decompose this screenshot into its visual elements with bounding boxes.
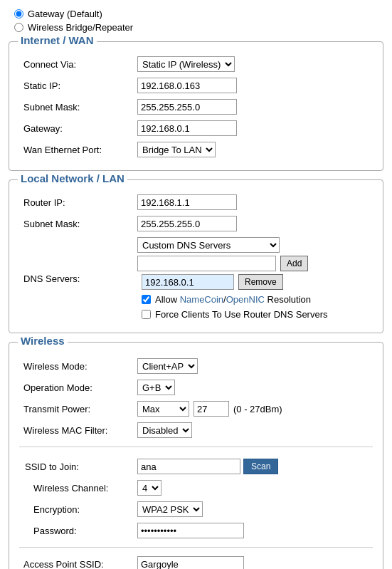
subnet-mask-row: Subnet Mask: bbox=[19, 96, 373, 118]
wireless-channel-label: Wireless Channel: bbox=[19, 477, 133, 498]
tx-power-input[interactable] bbox=[194, 401, 229, 417]
local-lan-title: Local Network / LAN bbox=[18, 172, 127, 184]
password-row: Password: bbox=[19, 520, 373, 541]
namecoin-label: Allow NameCoin/OpenNIC Resolution bbox=[155, 294, 311, 305]
force-dns-checkbox[interactable] bbox=[142, 310, 151, 319]
wan-eth-select[interactable]: Bridge To LAN WAN Port bbox=[137, 142, 216, 157]
ap-table: Access Point SSID: Wireless Channel: 4 1… bbox=[19, 553, 373, 569]
op-mode-row: Operation Mode: G+B G B N bbox=[19, 377, 373, 398]
wireless-channel-select[interactable]: 4 1 2 3 5 6 bbox=[137, 480, 161, 496]
wireless-section: Wireless Wireless Mode: Client+AP Client… bbox=[9, 342, 383, 569]
force-dns-row: Force Clients To Use Router DNS Servers bbox=[142, 309, 369, 320]
gateway-radio-item: Gateway (Default) bbox=[14, 9, 378, 19]
opennic-link[interactable]: OpenNIC bbox=[226, 294, 265, 305]
internet-wan-table: Connect Via: Static IP (Wireless) DHCP S… bbox=[19, 53, 373, 160]
ap-ssid-label: Access Point SSID: bbox=[19, 553, 133, 569]
ssid-input[interactable] bbox=[137, 459, 240, 474]
encryption-label: Encryption: bbox=[19, 498, 133, 520]
subnet-mask-input[interactable] bbox=[137, 99, 237, 115]
tx-power-select[interactable]: Max High Medium Low bbox=[137, 401, 189, 417]
ssid-join-label: SSID to Join: bbox=[19, 453, 133, 477]
namecoin-link[interactable]: NameCoin bbox=[180, 294, 223, 305]
dns-select[interactable]: Custom DNS Servers Automatic bbox=[137, 237, 280, 253]
dns-entry: Remove bbox=[142, 274, 369, 290]
gateway-label: Gateway (Default) bbox=[28, 9, 102, 19]
page: Gateway (Default) Wireless Bridge/Repeat… bbox=[0, 0, 392, 569]
bridge-label: Wireless Bridge/Repeater bbox=[28, 22, 133, 33]
lan-subnet-row: Subnet Mask: bbox=[19, 213, 373, 234]
namecoin-row: Allow NameCoin/OpenNIC Resolution bbox=[142, 294, 369, 305]
internet-wan-section: Internet / WAN Connect Via: Static IP (W… bbox=[9, 41, 383, 171]
wireless-mode-label: Wireless Mode: bbox=[19, 355, 133, 377]
ssid-join-row: SSID to Join: Scan bbox=[19, 453, 373, 477]
mac-filter-label: Wireless MAC Filter: bbox=[19, 419, 133, 441]
scan-button[interactable]: Scan bbox=[243, 459, 278, 474]
local-lan-table: Router IP: Subnet Mask: DNS Servers: Cus… bbox=[19, 192, 373, 323]
connect-via-label: Connect Via: bbox=[19, 53, 133, 75]
gateway-label: Gateway: bbox=[19, 118, 133, 139]
wireless-title: Wireless bbox=[18, 335, 68, 347]
router-ip-input[interactable] bbox=[137, 194, 237, 210]
dns-row: DNS Servers: Custom DNS Servers Automati… bbox=[19, 234, 373, 323]
mac-filter-row: Wireless MAC Filter: Disabled Whitelist … bbox=[19, 419, 373, 441]
dns-new-input[interactable] bbox=[137, 256, 276, 271]
add-dns-button[interactable]: Add bbox=[280, 256, 308, 271]
bridge-radio[interactable] bbox=[14, 23, 23, 32]
lan-subnet-label: Subnet Mask: bbox=[19, 213, 133, 234]
gateway-input[interactable] bbox=[137, 120, 237, 136]
force-dns-label: Force Clients To Use Router DNS Servers bbox=[155, 309, 328, 320]
ap-ssid-row: Access Point SSID: bbox=[19, 553, 373, 569]
wan-eth-label: Wan Ethernet Port: bbox=[19, 139, 133, 160]
wireless-mode-select[interactable]: Client+AP Client AP bbox=[137, 358, 198, 374]
subnet-mask-label: Subnet Mask: bbox=[19, 96, 133, 118]
encryption-select[interactable]: WPA2 PSK WPA PSK WEP None bbox=[137, 501, 203, 517]
wan-eth-row: Wan Ethernet Port: Bridge To LAN WAN Por… bbox=[19, 139, 373, 160]
tx-power-range: (0 - 27dBm) bbox=[233, 404, 282, 414]
bridge-radio-item: Wireless Bridge/Repeater bbox=[14, 22, 378, 33]
gateway-radio[interactable] bbox=[14, 9, 23, 19]
router-ip-row: Router IP: bbox=[19, 192, 373, 213]
connect-via-select[interactable]: Static IP (Wireless) DHCP bbox=[137, 56, 235, 72]
internet-wan-title: Internet / WAN bbox=[18, 34, 97, 46]
local-lan-section: Local Network / LAN Router IP: Subnet Ma… bbox=[9, 179, 383, 333]
connect-via-row: Connect Via: Static IP (Wireless) DHCP bbox=[19, 53, 373, 75]
lan-subnet-input[interactable] bbox=[137, 216, 237, 231]
dns-label: DNS Servers: bbox=[19, 234, 133, 323]
gateway-row: Gateway: bbox=[19, 118, 373, 139]
static-ip-input[interactable] bbox=[137, 78, 237, 93]
divider1 bbox=[19, 447, 373, 447]
tx-power-row: Transmit Power: Max High Medium Low (0 -… bbox=[19, 398, 373, 419]
remove-dns-button[interactable]: Remove bbox=[238, 274, 283, 290]
wireless-mode-row: Wireless Mode: Client+AP Client AP bbox=[19, 355, 373, 377]
dns-entry-input[interactable] bbox=[142, 274, 234, 290]
op-mode-select[interactable]: G+B G B N bbox=[137, 380, 175, 395]
encryption-row: Encryption: WPA2 PSK WPA PSK WEP None bbox=[19, 498, 373, 520]
static-ip-label: Static IP: bbox=[19, 75, 133, 96]
ssid-table: SSID to Join: Scan Wireless Channel: 4 1… bbox=[19, 453, 373, 541]
wireless-table: Wireless Mode: Client+AP Client AP Opera… bbox=[19, 355, 373, 441]
password-label: Password: bbox=[19, 520, 133, 541]
op-mode-label: Operation Mode: bbox=[19, 377, 133, 398]
divider2 bbox=[19, 547, 373, 548]
wireless-channel-row: Wireless Channel: 4 1 2 3 5 6 bbox=[19, 477, 373, 498]
mac-filter-select[interactable]: Disabled Whitelist Blacklist bbox=[137, 422, 192, 438]
namecoin-checkbox[interactable] bbox=[142, 295, 151, 304]
ap-ssid-input[interactable] bbox=[137, 556, 244, 569]
tx-power-label: Transmit Power: bbox=[19, 398, 133, 419]
password-input[interactable] bbox=[137, 523, 244, 538]
static-ip-row: Static IP: bbox=[19, 75, 373, 96]
router-ip-label: Router IP: bbox=[19, 192, 133, 213]
